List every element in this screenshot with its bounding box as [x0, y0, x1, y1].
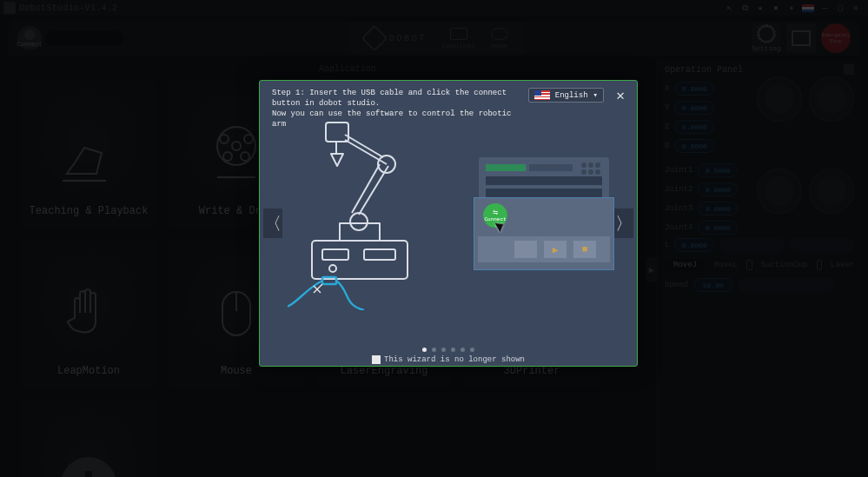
no-show-again[interactable]: This wizard is no longer shown: [372, 355, 525, 364]
wizard-illustration: ⇋ Connect ▶ ■: [288, 110, 609, 340]
language-label: English: [555, 91, 588, 100]
svg-point-12: [350, 213, 368, 230]
pager-dot[interactable]: [461, 348, 465, 352]
pager-dot[interactable]: [422, 348, 427, 352]
pager-dot[interactable]: [441, 348, 446, 352]
chevron-down-icon: ▾: [593, 90, 598, 100]
wizard-prev-button[interactable]: 〈: [263, 209, 282, 238]
pager-dot[interactable]: [470, 348, 474, 352]
no-show-label: This wizard is no longer shown: [384, 355, 525, 364]
us-flag-icon: [534, 90, 550, 100]
svg-rect-14: [326, 123, 348, 142]
wizard-modal: Step 1: Insert the USB cable and click t…: [259, 80, 638, 367]
svg-rect-10: [364, 249, 395, 260]
svg-rect-9: [322, 249, 348, 260]
pager-dot[interactable]: [432, 348, 436, 352]
svg-point-11: [329, 265, 336, 272]
language-selector[interactable]: English ▾: [528, 88, 604, 103]
modal-close-button[interactable]: ✕: [613, 88, 628, 103]
pager-dot[interactable]: [451, 348, 455, 352]
robot-arm-illustration: [288, 110, 453, 310]
zoom-callout: ⇋ Connect ▶ ■: [474, 197, 614, 270]
checkbox-icon[interactable]: [372, 355, 381, 364]
wizard-pager[interactable]: [422, 348, 474, 352]
wizard-next-button[interactable]: 〉: [614, 209, 633, 238]
